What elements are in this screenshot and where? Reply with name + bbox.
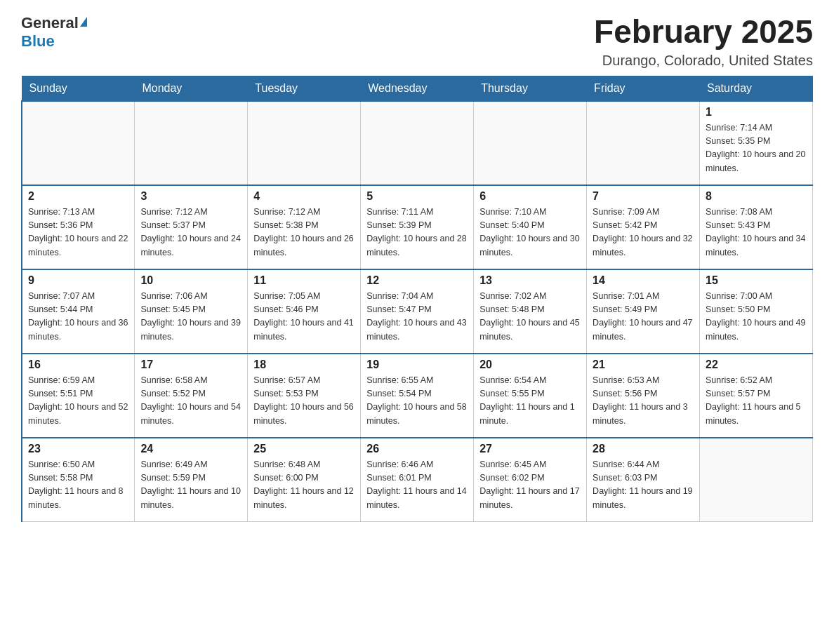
calendar-header-row: SundayMondayTuesdayWednesdayThursdayFrid… bbox=[22, 76, 813, 101]
day-number: 27 bbox=[479, 443, 581, 455]
day-info: Sunrise: 6:55 AM Sunset: 5:54 PM Dayligh… bbox=[366, 374, 468, 429]
day-info: Sunrise: 7:10 AM Sunset: 5:40 PM Dayligh… bbox=[479, 206, 581, 260]
logo-general-text: General bbox=[21, 14, 79, 32]
calendar-cell: 22Sunrise: 6:52 AM Sunset: 5:57 PM Dayli… bbox=[700, 354, 813, 438]
calendar-cell: 7Sunrise: 7:09 AM Sunset: 5:42 PM Daylig… bbox=[587, 185, 700, 269]
calendar-cell: 4Sunrise: 7:12 AM Sunset: 5:38 PM Daylig… bbox=[248, 185, 361, 269]
day-of-week-header: Sunday bbox=[22, 76, 135, 101]
calendar-cell: 19Sunrise: 6:55 AM Sunset: 5:54 PM Dayli… bbox=[361, 354, 474, 438]
day-info: Sunrise: 6:58 AM Sunset: 5:52 PM Dayligh… bbox=[140, 374, 241, 429]
day-info: Sunrise: 7:05 AM Sunset: 5:46 PM Dayligh… bbox=[253, 290, 355, 344]
month-title: February 2025 bbox=[594, 14, 813, 50]
calendar-cell: 10Sunrise: 7:06 AM Sunset: 5:45 PM Dayli… bbox=[135, 269, 248, 354]
day-info: Sunrise: 7:07 AM Sunset: 5:44 PM Dayligh… bbox=[28, 290, 128, 344]
day-number: 1 bbox=[706, 106, 807, 119]
calendar-cell bbox=[474, 101, 587, 185]
day-of-week-header: Thursday bbox=[474, 76, 587, 101]
day-number: 5 bbox=[366, 190, 468, 203]
calendar-cell: 13Sunrise: 7:02 AM Sunset: 5:48 PM Dayli… bbox=[474, 269, 587, 354]
calendar-cell: 5Sunrise: 7:11 AM Sunset: 5:39 PM Daylig… bbox=[361, 185, 474, 269]
day-info: Sunrise: 7:12 AM Sunset: 5:38 PM Dayligh… bbox=[253, 206, 355, 260]
calendar-cell: 6Sunrise: 7:10 AM Sunset: 5:40 PM Daylig… bbox=[474, 185, 587, 269]
day-number: 6 bbox=[479, 190, 581, 203]
day-number: 7 bbox=[593, 190, 694, 203]
calendar-cell: 23Sunrise: 6:50 AM Sunset: 5:58 PM Dayli… bbox=[22, 438, 135, 522]
day-info: Sunrise: 7:02 AM Sunset: 5:48 PM Dayligh… bbox=[479, 290, 581, 344]
calendar-cell: 21Sunrise: 6:53 AM Sunset: 5:56 PM Dayli… bbox=[587, 354, 700, 438]
calendar-cell: 20Sunrise: 6:54 AM Sunset: 5:55 PM Dayli… bbox=[474, 354, 587, 438]
calendar-week-row: 16Sunrise: 6:59 AM Sunset: 5:51 PM Dayli… bbox=[22, 354, 813, 438]
day-number: 11 bbox=[253, 274, 355, 287]
calendar-cell: 17Sunrise: 6:58 AM Sunset: 5:52 PM Dayli… bbox=[135, 354, 248, 438]
day-info: Sunrise: 7:01 AM Sunset: 5:49 PM Dayligh… bbox=[593, 290, 694, 344]
calendar-week-row: 9Sunrise: 7:07 AM Sunset: 5:44 PM Daylig… bbox=[22, 269, 813, 354]
calendar-cell bbox=[587, 101, 700, 185]
day-info: Sunrise: 7:12 AM Sunset: 5:37 PM Dayligh… bbox=[140, 206, 241, 260]
calendar-cell: 16Sunrise: 6:59 AM Sunset: 5:51 PM Dayli… bbox=[22, 354, 135, 438]
day-number: 12 bbox=[366, 274, 468, 287]
calendar-cell: 15Sunrise: 7:00 AM Sunset: 5:50 PM Dayli… bbox=[700, 269, 813, 354]
calendar-cell bbox=[22, 101, 135, 185]
page-header: General Blue February 2025 Durango, Colo… bbox=[21, 14, 813, 69]
calendar-table: SundayMondayTuesdayWednesdayThursdayFrid… bbox=[21, 76, 813, 523]
calendar-cell: 18Sunrise: 6:57 AM Sunset: 5:53 PM Dayli… bbox=[248, 354, 361, 438]
day-number: 25 bbox=[253, 443, 355, 455]
logo: General Blue bbox=[21, 14, 87, 51]
calendar-cell bbox=[700, 438, 813, 522]
calendar-cell: 28Sunrise: 6:44 AM Sunset: 6:03 PM Dayli… bbox=[587, 438, 700, 522]
day-info: Sunrise: 6:52 AM Sunset: 5:57 PM Dayligh… bbox=[706, 374, 807, 429]
day-number: 21 bbox=[593, 358, 694, 371]
calendar-cell bbox=[135, 101, 248, 185]
calendar-cell: 8Sunrise: 7:08 AM Sunset: 5:43 PM Daylig… bbox=[700, 185, 813, 269]
calendar-cell: 26Sunrise: 6:46 AM Sunset: 6:01 PM Dayli… bbox=[361, 438, 474, 522]
day-info: Sunrise: 6:44 AM Sunset: 6:03 PM Dayligh… bbox=[593, 458, 694, 513]
day-number: 20 bbox=[479, 358, 581, 371]
calendar-cell: 27Sunrise: 6:45 AM Sunset: 6:02 PM Dayli… bbox=[474, 438, 587, 522]
logo-triangle-icon bbox=[80, 17, 87, 27]
day-of-week-header: Saturday bbox=[700, 76, 813, 101]
day-number: 9 bbox=[28, 274, 128, 287]
day-info: Sunrise: 7:11 AM Sunset: 5:39 PM Dayligh… bbox=[366, 206, 468, 260]
day-of-week-header: Wednesday bbox=[361, 76, 474, 101]
day-info: Sunrise: 6:48 AM Sunset: 6:00 PM Dayligh… bbox=[253, 458, 355, 513]
day-number: 14 bbox=[593, 274, 694, 287]
calendar-cell: 11Sunrise: 7:05 AM Sunset: 5:46 PM Dayli… bbox=[248, 269, 361, 354]
day-number: 17 bbox=[140, 358, 241, 371]
calendar-cell: 3Sunrise: 7:12 AM Sunset: 5:37 PM Daylig… bbox=[135, 185, 248, 269]
calendar-cell: 25Sunrise: 6:48 AM Sunset: 6:00 PM Dayli… bbox=[248, 438, 361, 522]
day-info: Sunrise: 6:53 AM Sunset: 5:56 PM Dayligh… bbox=[593, 374, 694, 429]
day-info: Sunrise: 6:45 AM Sunset: 6:02 PM Dayligh… bbox=[479, 458, 581, 513]
logo-blue-text: Blue bbox=[21, 32, 55, 50]
day-info: Sunrise: 6:54 AM Sunset: 5:55 PM Dayligh… bbox=[479, 374, 581, 429]
day-info: Sunrise: 7:04 AM Sunset: 5:47 PM Dayligh… bbox=[366, 290, 468, 344]
day-of-week-header: Monday bbox=[135, 76, 248, 101]
calendar-week-row: 2Sunrise: 7:13 AM Sunset: 5:36 PM Daylig… bbox=[22, 185, 813, 269]
location-subtitle: Durango, Colorado, United States bbox=[594, 53, 813, 69]
day-of-week-header: Friday bbox=[587, 76, 700, 101]
calendar-cell: 24Sunrise: 6:49 AM Sunset: 5:59 PM Dayli… bbox=[135, 438, 248, 522]
day-info: Sunrise: 7:00 AM Sunset: 5:50 PM Dayligh… bbox=[706, 290, 807, 344]
day-number: 8 bbox=[706, 190, 807, 203]
calendar-cell: 2Sunrise: 7:13 AM Sunset: 5:36 PM Daylig… bbox=[22, 185, 135, 269]
day-info: Sunrise: 7:08 AM Sunset: 5:43 PM Dayligh… bbox=[706, 206, 807, 260]
day-info: Sunrise: 6:50 AM Sunset: 5:58 PM Dayligh… bbox=[28, 458, 128, 513]
day-number: 24 bbox=[140, 443, 241, 455]
day-number: 26 bbox=[366, 443, 468, 455]
day-number: 28 bbox=[593, 443, 694, 455]
day-number: 15 bbox=[706, 274, 807, 287]
day-info: Sunrise: 6:49 AM Sunset: 5:59 PM Dayligh… bbox=[140, 458, 241, 513]
day-number: 22 bbox=[706, 358, 807, 371]
calendar-week-row: 1Sunrise: 7:14 AM Sunset: 5:35 PM Daylig… bbox=[22, 101, 813, 185]
calendar-cell bbox=[361, 101, 474, 185]
day-number: 4 bbox=[253, 190, 355, 203]
day-number: 2 bbox=[28, 190, 128, 203]
day-info: Sunrise: 7:06 AM Sunset: 5:45 PM Dayligh… bbox=[140, 290, 241, 344]
day-info: Sunrise: 7:14 AM Sunset: 5:35 PM Dayligh… bbox=[706, 121, 807, 176]
day-info: Sunrise: 6:57 AM Sunset: 5:53 PM Dayligh… bbox=[253, 374, 355, 429]
day-info: Sunrise: 7:09 AM Sunset: 5:42 PM Dayligh… bbox=[593, 206, 694, 260]
calendar-cell: 9Sunrise: 7:07 AM Sunset: 5:44 PM Daylig… bbox=[22, 269, 135, 354]
day-info: Sunrise: 6:46 AM Sunset: 6:01 PM Dayligh… bbox=[366, 458, 468, 513]
day-number: 23 bbox=[28, 443, 128, 455]
day-number: 10 bbox=[140, 274, 241, 287]
day-of-week-header: Tuesday bbox=[248, 76, 361, 101]
